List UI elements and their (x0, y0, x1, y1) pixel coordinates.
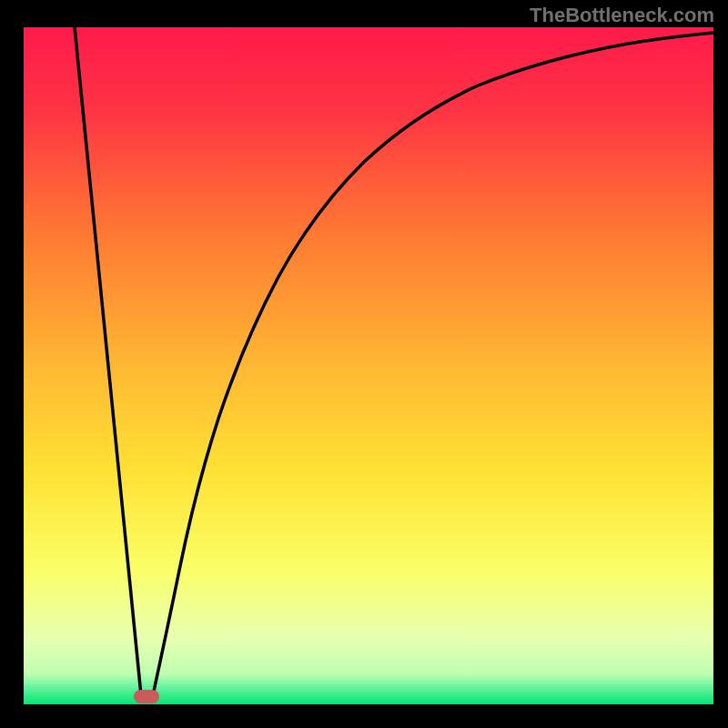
chart-plot (0, 0, 728, 728)
marker-pill (134, 690, 159, 703)
watermark-text: TheBottleneck.com (530, 4, 714, 27)
chart-container: TheBottleneck.com (0, 0, 728, 728)
plot-background (24, 27, 713, 704)
